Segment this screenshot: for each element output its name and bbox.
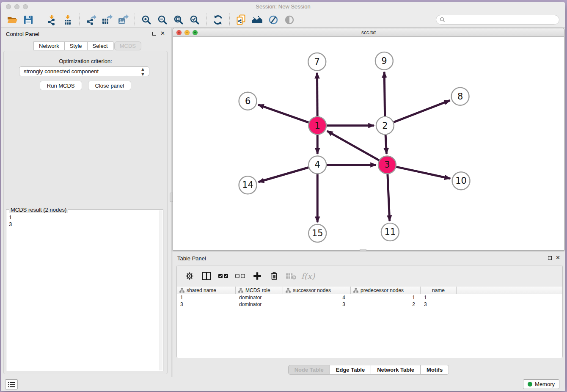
graph-edge-3-10[interactable]	[396, 167, 450, 179]
import-network-icon[interactable]	[44, 13, 59, 27]
column-header-successor-nodes[interactable]: successor nodes	[283, 287, 351, 294]
toolbar-separator	[40, 14, 40, 26]
export-table-icon[interactable]	[100, 13, 114, 27]
desktop-background: { "window": { "title": "Session: New Ses…	[0, 0, 567, 392]
select-stepper-icon: ▲▼	[140, 66, 145, 77]
search-input[interactable]	[447, 17, 556, 23]
graph-edge-3-1[interactable]	[327, 131, 379, 160]
run-mcds-button[interactable]: Run MCDS	[40, 81, 82, 90]
graph-edge-3-11[interactable]	[388, 174, 390, 221]
delete-table-icon[interactable]	[284, 269, 298, 283]
graph-edge-2-3[interactable]	[385, 135, 386, 154]
eye-contrast-icon[interactable]	[282, 13, 297, 27]
close-panel-button[interactable]: Close panel	[88, 81, 132, 90]
table-cell[interactable]: dominator	[236, 301, 283, 308]
refresh-layout-icon[interactable]	[211, 13, 225, 27]
control-panel-tabs: Network Style Select MCDS	[33, 41, 141, 50]
zoom-out-icon[interactable]	[155, 13, 170, 27]
home-icon[interactable]	[250, 13, 264, 27]
task-history-button[interactable]	[5, 379, 18, 389]
network-canvas[interactable]: 7968124314101511	[173, 37, 564, 250]
tab-network-table[interactable]: Network Table	[371, 365, 421, 375]
graph-node-label-7: 7	[314, 57, 320, 67]
graph-node-label-6: 6	[245, 96, 250, 106]
table-close-panel-icon[interactable]: ✕	[556, 254, 560, 261]
network-window-title: scc.txt	[173, 30, 564, 36]
task-list-icon	[8, 381, 15, 388]
optimization-criterion-label: Optimization criterion:	[4, 58, 167, 64]
graph-node-label-10: 10	[455, 176, 467, 186]
memory-button[interactable]: Memory	[523, 379, 559, 389]
column-header-shared-name[interactable]: shared name	[177, 287, 236, 294]
network-window-titlebar[interactable]: × − + scc.txt	[173, 28, 564, 37]
table-cell[interactable]: 3	[283, 301, 351, 308]
table-float-panel-icon[interactable]	[548, 256, 552, 260]
graph-edge-2-9[interactable]	[384, 72, 385, 116]
column-header-mcds-role[interactable]: MCDS role	[236, 287, 283, 294]
fit-content-icon[interactable]	[171, 13, 186, 27]
settings-gear-icon[interactable]	[182, 269, 197, 283]
delete-column-icon[interactable]	[267, 269, 281, 283]
split-panel-icon[interactable]	[199, 269, 214, 283]
column-flow-icon	[179, 288, 184, 293]
table-panel: Table Panel ✕	[173, 252, 564, 377]
tab-style[interactable]: Style	[65, 41, 88, 50]
table-cell[interactable]: dominator	[236, 294, 283, 301]
tab-mcds[interactable]: MCDS	[114, 41, 141, 50]
graph-edge-1-7[interactable]	[317, 73, 317, 116]
deselect-all-columns-icon[interactable]	[233, 269, 248, 283]
search-box[interactable]	[436, 15, 559, 25]
graph-node-label-8: 8	[457, 91, 463, 102]
graph-edge-4-14[interactable]	[259, 167, 309, 182]
window-title: Session: New Session	[1, 3, 565, 10]
graph-node-label-11: 11	[385, 227, 396, 237]
table-cell[interactable]: 2	[351, 301, 421, 308]
tab-edge-table[interactable]: Edge Table	[330, 365, 371, 375]
status-bar: Memory	[1, 377, 565, 391]
float-panel-icon[interactable]	[152, 32, 156, 36]
column-header-name[interactable]: name	[421, 287, 457, 294]
table-cell[interactable]: 1	[421, 294, 457, 301]
table-toolbar: f(x)	[177, 265, 562, 287]
graph-edge-1-6[interactable]	[258, 105, 308, 122]
tab-select[interactable]: Select	[88, 41, 113, 50]
graph-node-label-1: 1	[315, 121, 320, 131]
table-row[interactable]: 1dominator411	[177, 294, 562, 301]
table-cell[interactable]: 1	[177, 294, 236, 301]
optimization-criterion-value: strongly connected component	[24, 68, 99, 75]
control-panel: Control Panel ✕ Network Style Select MCD…	[1, 28, 171, 377]
column-header-predecessor-nodes[interactable]: predecessor nodes	[351, 287, 421, 294]
close-panel-icon[interactable]: ✕	[160, 30, 165, 36]
table-row[interactable]: 3dominator323	[177, 301, 562, 308]
import-table-icon[interactable]	[61, 13, 75, 27]
export-image-icon[interactable]	[116, 13, 130, 27]
table-column-headers: shared nameMCDS rolesuccessor nodesprede…	[177, 287, 562, 294]
table-cell[interactable]: 3	[421, 301, 457, 308]
select-all-columns-icon[interactable]	[216, 269, 231, 283]
column-flow-icon	[238, 288, 243, 293]
add-column-icon[interactable]	[250, 269, 264, 283]
table-cell[interactable]: 3	[177, 301, 236, 308]
hide-toggle-icon[interactable]	[266, 13, 281, 27]
open-session-icon[interactable]	[5, 13, 19, 27]
toolbar-separator	[229, 14, 230, 26]
table-cell[interactable]: 4	[283, 294, 351, 301]
zoom-in-icon[interactable]	[139, 13, 154, 27]
save-session-icon[interactable]	[21, 13, 36, 27]
graph-edge-2-8[interactable]	[394, 100, 450, 122]
export-network-icon[interactable]	[84, 13, 98, 27]
tab-network[interactable]: Network	[33, 41, 65, 50]
graph-node-label-15: 15	[312, 228, 323, 238]
table-panel-header: Table Panel ✕	[173, 252, 564, 263]
optimization-criterion-select[interactable]: strongly connected component ▲▼	[19, 66, 149, 76]
tab-node-table[interactable]: Node Table	[288, 365, 330, 375]
memory-status-icon	[528, 382, 532, 386]
title-bar: Session: New Session	[1, 2, 565, 12]
function-builder-icon[interactable]: f(x)	[301, 269, 315, 283]
zoom-selected-icon[interactable]	[187, 13, 202, 27]
horizontal-splitter-handle[interactable]	[360, 249, 366, 251]
result-scrollbar[interactable]	[160, 210, 162, 370]
tab-motifs[interactable]: Motifs	[421, 365, 449, 375]
duplicate-network-icon[interactable]	[234, 13, 248, 27]
table-cell[interactable]: 1	[351, 294, 421, 301]
